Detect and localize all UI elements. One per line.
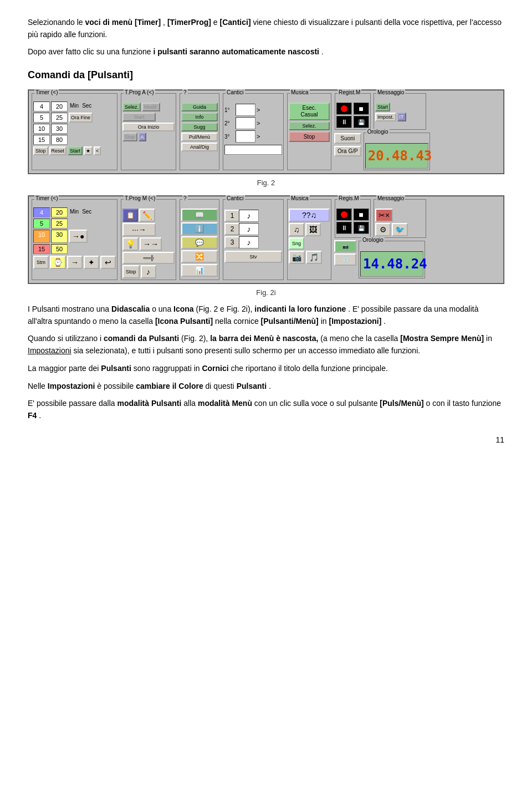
q-2i-icon-4[interactable]: 🔀 (181, 250, 218, 263)
messaggio-2i-icon-3[interactable]: 🐦 (392, 223, 408, 236)
cantici-3: 3° (224, 134, 234, 140)
tprog-selez-button[interactable]: Selez. (122, 103, 141, 111)
musica-selez-button[interactable]: Selez. (289, 121, 330, 130)
timer-start-button[interactable]: Start (68, 146, 83, 155)
timer-frame-2i: Timer (<) 4 20 Min Sec 5 25 10 30 →● 15 … (32, 199, 117, 280)
timer-back-button[interactable]: < (94, 146, 101, 155)
registm-frame-2i: Regis.M ■ ⏸ 💾 (335, 199, 371, 238)
timer-stop-button[interactable]: Stop (33, 146, 48, 155)
timer-2i-back2-icon[interactable]: ↩ (100, 256, 116, 269)
para2-bold-barra: la barra dei Menù è nascosta, (210, 334, 318, 343)
suoni-button[interactable]: Suoni (334, 133, 361, 144)
timer-2i-stop-icon[interactable]: Stm (33, 256, 49, 269)
musica-2i-icon-5[interactable]: 🎵 (306, 251, 322, 264)
ora-fine-button[interactable]: Ora Fine (69, 113, 93, 123)
tprog-m-icon-1[interactable]: 📋 (122, 209, 138, 222)
messaggio-2i-icon-2[interactable]: ⚙ (375, 223, 391, 236)
tprog-m-icon-3[interactable]: 💡 (122, 237, 139, 251)
tprog-stop-button[interactable]: Stop (122, 133, 137, 141)
timer-frame-title: Timer (<) (34, 89, 59, 95)
orologio-frame-title: Orologio (366, 129, 390, 135)
cantici-2i-3[interactable]: 3 (224, 236, 240, 248)
cantici-2i-cell-2: ♪ (239, 223, 259, 235)
clock-display: 20.48.43 (365, 143, 428, 169)
page-number: 11 (495, 435, 504, 444)
para1-bold-impostazioni: [Impostazioni] (329, 317, 381, 326)
messaggio-impost-button[interactable]: Impost. (375, 113, 396, 121)
regist-icon-3: ⏸ (341, 118, 347, 126)
tprog-m-arrow-icon[interactable]: ···→ (122, 223, 156, 236)
timer-2i-star2-icon[interactable]: ✦ (84, 256, 99, 269)
musica-stop-button[interactable]: Stop (289, 131, 330, 142)
messaggio-it-button[interactable]: IT (397, 113, 406, 121)
tprog-m-multi-icon[interactable]: ══╬ (122, 252, 175, 264)
orologio-frame-2i-title: Orologio (361, 237, 385, 243)
intro-text-1: Selezionando le (28, 18, 85, 27)
messaggio-frame-2i: Messaggio ✂× ⚙ 🐦 (374, 199, 426, 238)
tprog-ora-inizio-button[interactable]: Ora Inizio (122, 123, 175, 131)
cantici-2i-stop[interactable]: Stv (224, 251, 282, 263)
musica-2i-icon-2[interactable]: ♫ (289, 223, 304, 236)
esec-casual-button[interactable]: Esec.Casual (289, 103, 330, 120)
timer-2i-min: Min (69, 207, 80, 217)
q-2i-icon-5[interactable]: 📊 (181, 264, 218, 277)
messaggio-2i-icon-1[interactable]: ✂× (375, 209, 393, 222)
musica-2i-sng[interactable]: Sng (289, 237, 304, 250)
cantici-2i-note-3: ♪ (247, 238, 251, 247)
right-top-2i: Regis.M ■ ⏸ 💾 (334, 199, 427, 238)
timer-2i-arrow2-icon[interactable]: → (67, 256, 83, 269)
para5-text-4: o con il tasto funzione (426, 399, 501, 408)
cantici-arrow-1: > (257, 106, 265, 113)
q-2i-icon-1[interactable]: 📖 (181, 209, 218, 221)
tprog-a-button[interactable]: A (139, 133, 146, 141)
sugg-button[interactable]: Sugg (181, 123, 218, 131)
timer-2i-cell-4: 25 (51, 219, 68, 229)
timer-frame: Timer (<) 4 20 Min Sec 5 25 Ora Fine 10 … (32, 93, 117, 170)
cantici-2i-1[interactable]: 1 (224, 210, 240, 222)
timer-2i-arrow-icon[interactable]: →● (69, 230, 88, 243)
timer-cell-30: 30 (51, 124, 68, 134)
timer-star-button[interactable]: ★ (84, 146, 93, 155)
right-section: Regist.M ■ ⏸ 💾 (334, 93, 431, 171)
musica-2i-cam-icon[interactable]: 📷 (334, 240, 356, 252)
ora-gp-button[interactable]: Ora G/P (334, 146, 361, 156)
tprog-m-icon-2[interactable]: ✏️ (139, 209, 155, 222)
tprog-m-music-icon[interactable]: ♪ (141, 265, 156, 278)
para4-text-4: . (269, 382, 271, 390)
musica-2i-cd-icon[interactable]: 💿 (334, 253, 356, 266)
musica-2i-icon-3[interactable]: 🖼 (305, 223, 321, 236)
tprog-start-button[interactable]: Start (122, 113, 156, 121)
musica-2i-icon-4[interactable]: 📷 (289, 251, 305, 264)
intro-period: . (321, 47, 324, 56)
para2-text-2: (Fig. 2), (181, 334, 210, 343)
timer-2i-row-2: 5 25 (33, 219, 116, 229)
musica-2i-icon-1[interactable]: ??♫ (289, 209, 330, 222)
para1-text-6: in (321, 317, 329, 326)
q-2i-icon-2[interactable]: ℹ️ (181, 222, 218, 235)
anal-dig-button[interactable]: Anal/Dig (181, 143, 218, 151)
timer-2i-clock-icon[interactable]: ⌚ (50, 256, 66, 269)
messaggio-start-button[interactable]: Start (375, 103, 390, 111)
regist-cell-1 (336, 103, 352, 115)
right-bottom-row: Suoni Ora G/P Orologio 20.48.43 (334, 132, 431, 171)
fig2i-label: Fig. 2i (28, 288, 504, 297)
tprog-frame-title: T.Prog A (<) (124, 89, 155, 95)
intro-comma: , (163, 18, 167, 27)
cantici-2i-2[interactable]: 2 (224, 223, 240, 235)
tprog-m-icon-4[interactable]: →→ (140, 237, 162, 251)
timer-cell-5: 5 (33, 113, 50, 123)
info-button[interactable]: Info (181, 113, 218, 121)
timer-2i-bottom-buttons: Stm ⌚ → ✦ ↩ (33, 256, 116, 269)
tprog-modif-button[interactable]: Modif. (142, 103, 160, 111)
timer-reset-button[interactable]: Reset (49, 146, 67, 155)
cantici-frame-2i: Cantici 1 ♪ 2 ♪ 3 ♪ Stv (223, 199, 284, 280)
pul-menu-button[interactable]: Pul/Menù (181, 133, 218, 141)
cantici-2i-cell-3: ♪ (239, 236, 259, 248)
para4-text-2: è possibile (97, 382, 136, 390)
tprog-m-stop-icon[interactable]: Stop (122, 265, 140, 278)
q-2i-icon-3[interactable]: 💬 (181, 236, 218, 249)
timer-2i-cell-7: 15 (33, 244, 50, 254)
guida-button[interactable]: Guida (181, 103, 218, 111)
question-frame-title: ? (182, 89, 188, 95)
question-frame-2i-title: ? (182, 195, 188, 201)
